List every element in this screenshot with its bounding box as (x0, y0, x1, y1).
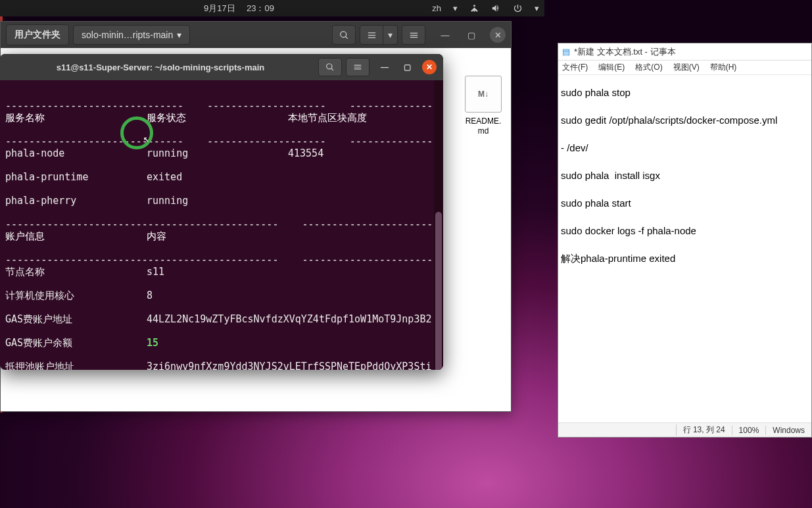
terminal-menu-button[interactable] (346, 58, 370, 76)
dash-line: ----------------------------------------… (5, 254, 443, 266)
notepad-line: - /dev/ (561, 142, 588, 153)
svc-status: running (147, 147, 288, 159)
list-icon (367, 30, 377, 40)
notepad-icon: ▤ (562, 47, 570, 57)
notepad-titlebar[interactable]: ▤ *新建 文本文档.txt - 记事本 (558, 43, 811, 61)
status-os: Windows (765, 426, 811, 435)
menu-format[interactable]: 格式(O) (635, 62, 662, 73)
terminal-scrollbar[interactable] (434, 80, 443, 370)
notepad-title: *新建 文本文档.txt - 记事本 (574, 46, 676, 58)
terminal-title: s11@s11-Super-Server: ~/solo-mining-scri… (7, 63, 314, 72)
notepad-line: sudo gedit /opt/phala/scripts/docker-com… (561, 114, 777, 126)
svc-name: phala-pruntime (5, 171, 147, 183)
chevron-down-icon[interactable]: ▾ (453, 3, 458, 13)
notepad-content[interactable]: sudo phala stop sudo gedit /opt/phala/sc… (558, 75, 811, 422)
status-position: 行 13, 列 24 (676, 424, 732, 436)
file-item-readme[interactable]: M↓ README.md (457, 76, 510, 136)
power-icon[interactable] (513, 3, 523, 13)
menu-view[interactable]: 视图(V) (673, 62, 700, 73)
acct-val-balance: 15 (147, 337, 158, 349)
topbar-date[interactable]: 9月17日 (204, 3, 235, 14)
chevron-down-icon: ▾ (177, 30, 181, 40)
ubuntu-topbar: 9月17日 23：09 zh ▾ ▾ (0, 0, 544, 16)
header-service-status: 服务状态 (147, 112, 288, 124)
acct-val: 3zi6nwv9nfXzm9Ydd3NYJS2vLETrfSSPNeTEpPdd… (147, 361, 431, 370)
minimize-button[interactable]: — (437, 27, 453, 43)
svc-height (288, 171, 438, 183)
markdown-file-icon: M↓ (465, 76, 502, 113)
terminal-window-controls: — ▢ ✕ (377, 60, 437, 74)
maximize-button[interactable]: ▢ (464, 27, 479, 43)
header-account: 账户信息 (5, 230, 147, 242)
svc-height: 413554 (288, 147, 438, 159)
view-dropdown-button[interactable]: ▾ (383, 25, 398, 45)
status-zoom: 100% (732, 426, 766, 435)
hamburger-button[interactable] (402, 25, 425, 45)
header-content: 内容 (147, 230, 288, 242)
dash-line: ------------------------------ ---------… (5, 136, 443, 147)
svc-height (288, 195, 438, 207)
close-button[interactable]: ✕ (490, 27, 506, 43)
notepad-menu: 文件(F) 编辑(E) 格式(O) 视图(V) 帮助(H) (558, 61, 811, 75)
terminal-titlebar[interactable]: s11@s11-Super-Server: ~/solo-mining-scri… (0, 54, 443, 80)
menu-help[interactable]: 帮助(H) (710, 62, 737, 73)
hamburger-icon (353, 63, 362, 72)
volume-icon[interactable] (491, 3, 501, 13)
acct-key: 计算机使用核心 (5, 290, 147, 301)
acct-val: 44LZL2Nc19wZTyFBcsNvfdzXVqYZ4tFdpf1oW1Mo… (147, 313, 431, 325)
dash-line: ------------------------------ ---------… (5, 100, 443, 112)
search-icon (339, 30, 349, 40)
file-label: README.md (466, 116, 502, 136)
minimize-button[interactable]: — (377, 60, 392, 74)
acct-key: GAS费账户地址 (5, 313, 147, 325)
notepad-window: ▤ *新建 文本文档.txt - 记事本 文件(F) 编辑(E) 格式(O) 视… (558, 43, 812, 438)
svc-name: phala-node (5, 147, 147, 159)
notepad-line: 解决phala-pruntime exited (561, 253, 675, 264)
acct-key: 抵押池账户地址 (5, 361, 147, 370)
breadcrumb-root[interactable]: 用户文件夹 (6, 24, 69, 45)
chevron-down-icon[interactable]: ▾ (535, 3, 539, 13)
file-manager-titlebar[interactable]: 用户文件夹 solo-minin…ripts-main ▾ ▾ — ▢ ✕ (1, 22, 511, 48)
acct-key: GAS费账户余额 (5, 337, 147, 349)
notepad-line: sudo phala start (561, 197, 631, 209)
maximize-button[interactable]: ▢ (400, 60, 414, 74)
svc-status: running (147, 195, 288, 207)
terminal-window: s11@s11-Super-Server: ~/solo-mining-scri… (0, 54, 443, 370)
terminal-search-button[interactable] (318, 58, 342, 76)
terminal-body[interactable]: ------------------------------ ---------… (0, 80, 443, 370)
topbar-indicators: zh ▾ ▾ (432, 3, 539, 13)
menu-edit[interactable]: 编辑(E) (598, 62, 625, 73)
input-method-indicator[interactable]: zh (432, 3, 441, 13)
search-button[interactable] (332, 25, 356, 45)
acct-val: 8 (147, 290, 153, 301)
breadcrumb-path[interactable]: solo-minin…ripts-main ▾ (73, 25, 190, 45)
window-controls: — ▢ ✕ (437, 27, 506, 43)
acct-val: s11 (147, 266, 164, 278)
scrollbar-thumb[interactable] (435, 212, 442, 370)
notepad-statusbar: 行 13, 列 24 100% Windows (558, 422, 811, 437)
header-block-height: 本地节点区块高度 (288, 112, 438, 124)
view-list-button[interactable] (360, 25, 383, 45)
hamburger-icon (409, 30, 419, 40)
notepad-line: sudo phala install isgx (561, 170, 660, 181)
topbar-time[interactable]: 23：09 (247, 3, 274, 14)
breadcrumb-path-label: solo-minin…ripts-main (82, 30, 173, 40)
network-icon[interactable] (469, 3, 479, 13)
notepad-line: sudo phala stop (561, 87, 631, 98)
close-button[interactable]: ✕ (422, 60, 437, 74)
menu-file[interactable]: 文件(F) (562, 62, 588, 73)
notepad-line: sudo docker logs -f phala-node (561, 225, 696, 236)
acct-key: 节点名称 (5, 266, 147, 278)
header-service-name: 服务名称 (5, 112, 147, 124)
svc-status: exited (147, 171, 288, 183)
search-icon (325, 63, 335, 72)
dash-line: ----------------------------------------… (5, 218, 443, 230)
svc-name: phala-pherry (5, 195, 147, 207)
